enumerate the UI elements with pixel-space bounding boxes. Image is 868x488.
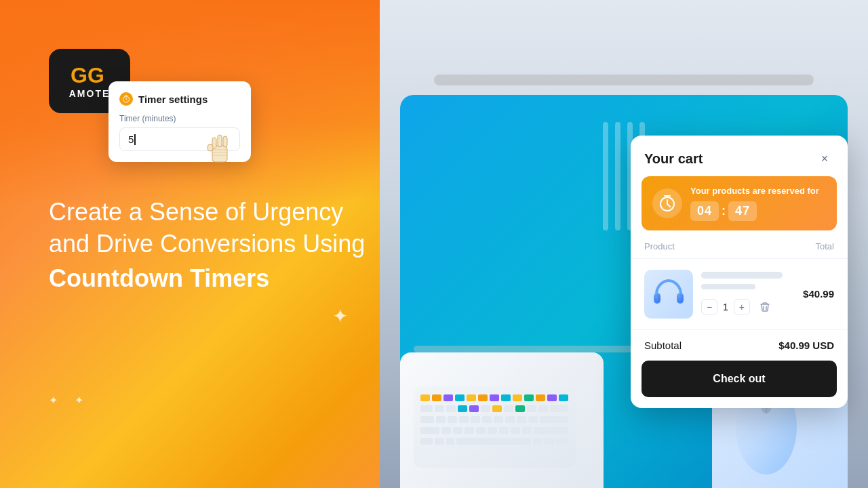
cart-title: Your cart (644, 151, 703, 167)
svg-rect-49 (435, 438, 444, 445)
svg-rect-4 (443, 394, 453, 401)
sparkle-icon-3: ✦ (49, 394, 58, 407)
timer-minutes-label: Timer (minutes) (119, 114, 240, 123)
svg-rect-35 (517, 416, 526, 423)
svg-rect-10 (513, 394, 522, 401)
logo-quotes: GG (71, 64, 108, 85)
svg-rect-54 (556, 438, 568, 445)
cart-timer-label: Your products are reserved for (690, 186, 826, 197)
cart-timer-minutes: 04 (690, 201, 719, 221)
svg-rect-42 (476, 427, 486, 434)
svg-rect-32 (482, 416, 492, 423)
svg-rect-43 (488, 427, 497, 434)
logo-brand-name: AMOTE (69, 88, 111, 99)
svg-text:GG: GG (71, 64, 104, 85)
svg-rect-41 (465, 427, 474, 434)
col-product-label: Product (644, 241, 675, 251)
svg-rect-51 (456, 438, 531, 445)
svg-rect-34 (505, 416, 515, 423)
svg-rect-28 (436, 416, 446, 423)
cart-close-button[interactable]: × (815, 149, 834, 168)
svg-rect-21 (492, 405, 502, 412)
subtotal-label: Subtotal (644, 340, 682, 351)
svg-rect-47 (534, 427, 568, 434)
logo-gg-icon: GG (71, 64, 108, 85)
svg-rect-62 (223, 136, 227, 147)
svg-rect-52 (533, 438, 542, 445)
quantity-value: 1 (723, 302, 728, 312)
svg-rect-46 (522, 427, 532, 434)
cart-timer-digits: 04 : 47 (690, 201, 826, 221)
product-row: − 1 + $40.99 (631, 259, 848, 329)
cart-timer-colon: : (722, 204, 726, 218)
timer-settings-icon (119, 92, 133, 106)
svg-rect-3 (432, 394, 441, 401)
product-price: $40.99 (803, 288, 834, 300)
svg-point-72 (677, 294, 683, 302)
headphone-svg-icon (651, 277, 686, 312)
svg-rect-45 (511, 427, 520, 434)
svg-rect-29 (448, 416, 457, 423)
gray-bar-decoration (434, 75, 814, 85)
svg-rect-31 (471, 416, 480, 423)
quantity-increase-button[interactable]: + (734, 299, 750, 315)
svg-rect-38 (420, 427, 439, 434)
checkout-button[interactable]: Check out (642, 361, 837, 397)
quantity-controls: − 1 + (701, 298, 795, 317)
product-image (644, 270, 693, 319)
cart-header: Your cart × (631, 136, 848, 176)
timer-settings-title: Timer settings (119, 92, 240, 106)
svg-rect-50 (446, 438, 454, 445)
svg-rect-6 (467, 394, 476, 401)
svg-rect-26 (550, 405, 568, 412)
svg-rect-9 (501, 394, 511, 401)
svg-point-71 (654, 294, 660, 302)
svg-rect-13 (547, 394, 557, 401)
clock-svg-icon (658, 194, 677, 213)
product-name-bar-2 (701, 284, 755, 289)
bottom-left-card: // This will be rendered by inline SVG b… (400, 352, 604, 488)
product-name-bar-1 (701, 272, 783, 279)
delete-product-button[interactable] (755, 298, 774, 317)
svg-rect-20 (481, 405, 490, 412)
svg-rect-5 (455, 394, 465, 401)
cart-timer-text: Your products are reserved for 04 : 47 (690, 186, 826, 221)
svg-rect-61 (218, 135, 222, 147)
clock-icon (122, 95, 130, 103)
svg-rect-23 (515, 405, 525, 412)
product-details: − 1 + (701, 272, 795, 317)
headline-line1: Create a Sense of Urgency and Drive Conv… (49, 197, 365, 260)
svg-rect-19 (469, 405, 479, 412)
svg-rect-18 (458, 405, 467, 412)
svg-rect-16 (435, 405, 444, 412)
svg-rect-7 (478, 394, 488, 401)
svg-rect-44 (499, 427, 509, 434)
cart-table-header: Product Total (631, 241, 848, 259)
svg-rect-17 (446, 405, 456, 412)
col-total-label: Total (816, 241, 834, 251)
headline-line3: Countdown Timers (49, 263, 365, 295)
sparkle-icon-2: ✦ (332, 305, 348, 327)
svg-rect-12 (536, 394, 545, 401)
cart-modal: Your cart × Your products are reserved f… (631, 136, 848, 408)
svg-rect-8 (490, 394, 499, 401)
svg-rect-24 (527, 405, 536, 412)
svg-rect-15 (420, 405, 433, 412)
svg-rect-63 (208, 144, 213, 151)
svg-rect-22 (504, 405, 513, 412)
svg-rect-39 (441, 427, 451, 434)
svg-rect-40 (453, 427, 462, 434)
subtotal-value: $40.99 USD (778, 340, 834, 351)
svg-point-68 (667, 195, 668, 197)
text-cursor (134, 134, 136, 145)
subtotal-row: Subtotal $40.99 USD (631, 329, 848, 361)
teal-line-1 (603, 122, 608, 230)
trash-icon (760, 302, 770, 312)
svg-rect-11 (524, 394, 534, 401)
teal-line-2 (615, 122, 620, 230)
quantity-decrease-button[interactable]: − (701, 299, 717, 315)
svg-rect-25 (538, 405, 548, 412)
cart-timer-banner: Your products are reserved for 04 : 47 (642, 176, 837, 230)
svg-rect-37 (540, 416, 568, 423)
cart-timer-seconds: 47 (728, 201, 757, 221)
